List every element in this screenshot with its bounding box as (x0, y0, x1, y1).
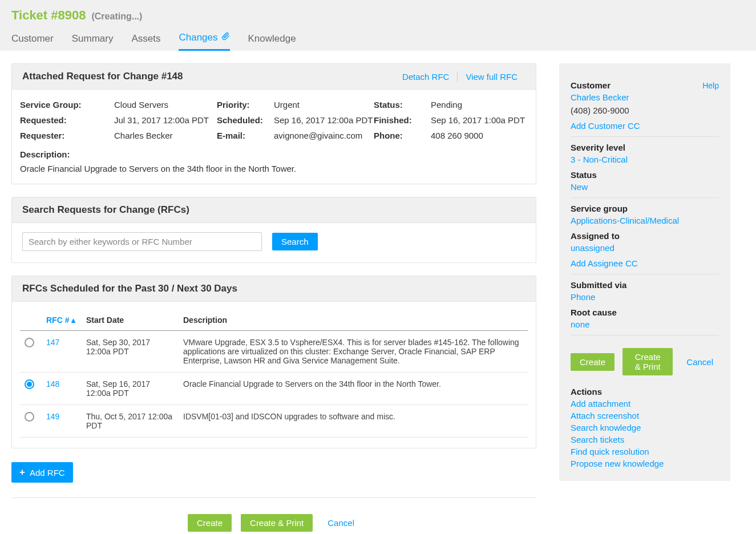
tab-changes[interactable]: Changes (179, 27, 229, 51)
add-customer-cc-link[interactable]: Add Customer CC (571, 121, 719, 131)
cancel-link[interactable]: Cancel (322, 514, 360, 532)
sidebar-status-value[interactable]: New (571, 182, 719, 192)
add-rfc-button[interactable]: + Add RFC (11, 462, 73, 483)
status-label: Status: (374, 100, 431, 110)
sidebar-service-group-label: Service group (571, 204, 719, 213)
status-value: Pending (431, 100, 528, 110)
page-header: Ticket #8908 (Creating...) Customer Summ… (0, 0, 756, 51)
sidebar-action-link[interactable]: Find quick resolution (571, 447, 719, 456)
sidebar-cancel-link[interactable]: Cancel (681, 353, 719, 371)
sidebar-action-link[interactable]: Search tickets (571, 435, 719, 444)
paperclip-icon (221, 32, 230, 43)
sidebar-help-link[interactable]: Help (702, 81, 719, 90)
col-start-date[interactable]: Start Date (82, 310, 179, 331)
rfc-start-date: Sat, Sep 30, 2017 12:00a PDT (82, 331, 179, 373)
col-rfc[interactable]: RFC # ▴ (42, 310, 82, 331)
plus-icon: + (19, 467, 25, 478)
rfc-description: IDSVM[01-03] and IDSCON upgrades to soft… (179, 405, 528, 438)
add-rfc-label: Add RFC (30, 468, 65, 478)
search-button[interactable]: Search (272, 233, 318, 250)
page-title: Ticket #8908 (11, 8, 86, 23)
service-group-value: Cloud Servers (114, 100, 217, 110)
tab-knowledge[interactable]: Knowledge (248, 27, 296, 51)
sidebar-create-print-button[interactable]: Create & Print (622, 348, 673, 375)
add-assignee-cc-link[interactable]: Add Assignee CC (571, 258, 719, 268)
finished-label: Finished: (374, 115, 431, 125)
phone-value: 408 260 9000 (431, 131, 528, 140)
tab-assets[interactable]: Assets (131, 27, 160, 51)
attached-rfc-panel: Attached Request for Change #148 Detach … (11, 63, 536, 184)
select-radio[interactable] (25, 338, 34, 347)
sidebar-action-link[interactable]: Attach screenshot (571, 411, 719, 420)
attached-rfc-actions: Detach RFC View full RFC (394, 71, 525, 82)
create-button[interactable]: Create (188, 514, 232, 532)
priority-value: Urgent (274, 100, 374, 110)
tabs: Customer Summary Assets Changes Knowledg… (11, 27, 745, 51)
rfc-start-date: Sat, Sep 16, 2017 12:00a PDT (82, 373, 179, 405)
sidebar-action-link[interactable]: Search knowledge (571, 423, 719, 432)
sidebar-assigned-label: Assigned to (571, 231, 719, 241)
email-value: avignone@givainc.com (274, 131, 374, 140)
sidebar-submitted-label: Submitted via (571, 280, 719, 290)
table-row: 149Thu, Oct 5, 2017 12:00a PDTIDSVM[01-0… (20, 405, 528, 438)
sidebar-create-button[interactable]: Create (571, 353, 614, 371)
sidebar-buttons: Create Create & Print Cancel (571, 335, 719, 381)
sidebar-service-group-value[interactable]: Applications-Clinical/Medical (571, 216, 719, 225)
sidebar-submitted-value[interactable]: Phone (571, 292, 719, 302)
tab-customer[interactable]: Customer (11, 27, 54, 51)
description-label: Description: (20, 149, 528, 159)
detach-rfc-link[interactable]: Detach RFC (394, 72, 458, 82)
scheduled-value: Sep 16, 2017 12:00a PDT (274, 115, 374, 125)
finished-value: Sep 16, 2017 1:00a PDT (431, 115, 528, 125)
title-row: Ticket #8908 (Creating...) (11, 8, 745, 23)
sidebar-action-link[interactable]: Propose new knowledge (571, 459, 719, 468)
rfc-link[interactable]: 149 (46, 412, 59, 421)
select-radio[interactable] (25, 379, 34, 389)
rfc-info-grid: Service Group: Cloud Servers Priority: U… (20, 98, 528, 146)
phone-label: Phone: (374, 131, 431, 140)
rfc-description: Oracle Financial Upgrade to Servers on t… (179, 373, 528, 405)
sidebar-action-link[interactable]: Add attachment (571, 399, 719, 408)
sidebar-actions-label: Actions (571, 387, 719, 397)
table-row: 147Sat, Sep 30, 2017 12:00a PDTVMware Up… (20, 331, 528, 373)
sidebar-root-cause-value[interactable]: none (571, 319, 719, 329)
rfc-link[interactable]: 148 (46, 379, 59, 389)
select-radio[interactable] (25, 412, 34, 422)
sidebar-severity-label: Severity level (571, 143, 719, 152)
search-rfc-title: Search Requests for Change (RFCs) (22, 204, 189, 216)
page-subtitle: (Creating...) (91, 11, 142, 22)
sidebar-customer-phone: (408) 260-9000 (571, 106, 719, 115)
requested-value: Jul 31, 2017 12:00a PDT (114, 115, 217, 125)
footer-buttons: Create Create & Print Cancel (11, 514, 536, 532)
sidebar-severity-value[interactable]: 3 - Non-Critical (571, 155, 719, 164)
sidebar-customer-name[interactable]: Charles Becker (571, 92, 719, 102)
email-label: E-mail: (217, 131, 274, 140)
footer-divider (11, 497, 536, 498)
sidebar-customer-label: Customer (571, 80, 611, 90)
sidebar-assigned-value[interactable]: unassigned (571, 243, 719, 253)
sidebar: Customer Help Charles Becker (408) 260-9… (559, 63, 730, 481)
priority-label: Priority: (217, 100, 274, 110)
requester-label: Requester: (20, 131, 114, 140)
requested-label: Requested: (20, 115, 114, 125)
col-description[interactable]: Description (179, 310, 528, 331)
rfc-link[interactable]: 147 (46, 338, 59, 347)
tab-summary[interactable]: Summary (72, 27, 114, 51)
view-full-rfc-link[interactable]: View full RFC (458, 72, 525, 82)
rfc-description: VMware Upgrade, ESX 3.5 to Vsphere/ESX4.… (179, 331, 528, 373)
rfc-start-date: Thu, Oct 5, 2017 12:00a PDT (82, 405, 179, 438)
sidebar-actions-list: Add attachmentAttach screenshotSearch kn… (571, 399, 719, 468)
col-select (20, 310, 42, 331)
sidebar-status-label: Status (571, 170, 719, 180)
description-value: Oracle Financial Upgrade to Servers on t… (20, 164, 528, 173)
scheduled-label: Scheduled: (217, 115, 274, 125)
rfc-table: RFC # ▴ Start Date Description 147Sat, S… (20, 310, 528, 438)
search-rfc-panel: Search Requests for Change (RFCs) Search (11, 197, 536, 263)
table-row: 148Sat, Sep 16, 2017 12:00a PDTOracle Fi… (20, 373, 528, 405)
create-print-button[interactable]: Create & Print (241, 514, 313, 532)
rfc-schedule-panel: RFCs Scheduled for the Past 30 / Next 30… (11, 276, 536, 448)
requester-value: Charles Becker (114, 131, 217, 140)
search-input[interactable] (22, 232, 262, 251)
sidebar-root-cause-label: Root cause (571, 308, 719, 317)
service-group-label: Service Group: (20, 100, 114, 110)
